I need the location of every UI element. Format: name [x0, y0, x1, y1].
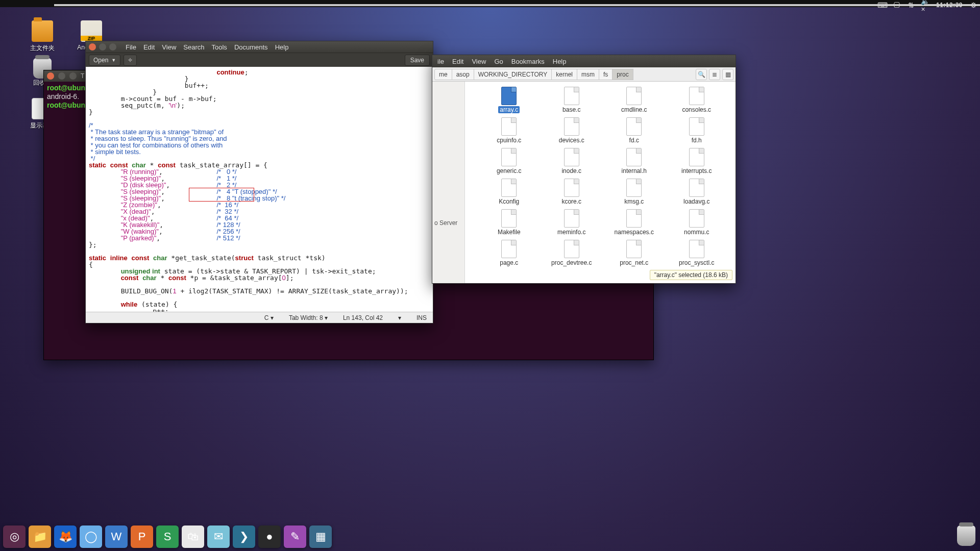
menu-tools[interactable]: Tools [212, 43, 227, 51]
file-item[interactable]: devices.c [543, 117, 601, 148]
dock-software[interactable]: 🛍 [182, 525, 204, 548]
close-icon[interactable] [47, 72, 54, 80]
highlight-box [189, 188, 254, 202]
file-item[interactable]: proc_net.c [605, 240, 663, 270]
menu-file[interactable]: File [126, 43, 136, 51]
list-view-icon[interactable]: ≣ [709, 69, 720, 80]
file-label: Makefile [498, 229, 521, 236]
file-item[interactable]: array.c [480, 87, 538, 117]
dock-files[interactable]: 📁 [29, 525, 51, 548]
menu-documents[interactable]: Documents [234, 43, 268, 51]
source-code[interactable]: continue; } buf++; } m->count = buf - m-… [86, 67, 433, 312]
cursor-dropdown-icon[interactable]: ▾ [398, 314, 401, 321]
gedit-titlebar[interactable]: FileEditViewSearchToolsDocumentsHelp [86, 41, 433, 53]
file-label: fd.c [629, 137, 639, 144]
sidebar-item[interactable]: o Server [434, 219, 464, 227]
breadcrumb-item[interactable]: fs [599, 69, 612, 80]
file-item[interactable]: cmdline.c [605, 87, 663, 117]
keyboard-icon[interactable]: ⌨ [879, 2, 886, 9]
editor-area[interactable]: continue; } buf++; } m->count = buf - m-… [86, 67, 433, 312]
minimize-icon[interactable] [99, 43, 106, 51]
menu-edit[interactable]: Edit [452, 58, 463, 65]
breadcrumb-item[interactable]: asop [452, 69, 474, 80]
maximize-icon[interactable] [109, 43, 116, 51]
file-item[interactable]: fd.c [605, 117, 663, 148]
dock-mail[interactable]: ✉ [207, 525, 230, 548]
gear-icon[interactable]: ⚙ [970, 2, 977, 9]
file-item[interactable]: page.c [480, 240, 538, 270]
breadcrumb-item[interactable]: kernel [552, 69, 577, 80]
file-item[interactable]: proc_devtree.c [543, 240, 601, 270]
file-icon [626, 117, 642, 136]
menu-view[interactable]: View [162, 43, 176, 51]
file-label: loadavg.c [683, 198, 709, 205]
dock-chromium[interactable]: ◯ [80, 525, 102, 548]
menu-bookmarks[interactable]: Bookmarks [511, 58, 545, 65]
file-item[interactable]: interrupts.c [668, 148, 726, 179]
file-item[interactable]: kcore.c [543, 179, 601, 209]
file-item[interactable]: internal.h [605, 148, 663, 179]
menu-edit[interactable]: Edit [143, 43, 155, 51]
dock-gedit-app[interactable]: ✎ [284, 525, 306, 548]
search-icon[interactable]: 🔍 [696, 69, 707, 80]
file-manager-window[interactable]: ileEditViewGoBookmarksHelp measopWORKING… [432, 55, 736, 284]
dock-wps-spreadsheet[interactable]: S [156, 525, 179, 548]
file-icon [626, 240, 642, 258]
breadcrumb-item[interactable]: WORKING_DIRECTORY [474, 69, 552, 80]
sidebar[interactable]: o Server [432, 82, 465, 283]
file-item[interactable]: fd.h [668, 117, 726, 148]
grid-view-icon[interactable]: ▦ [722, 69, 733, 80]
home-folder-icon[interactable]: 主文件夹 [19, 20, 65, 53]
clock[interactable]: 11:12:30 [936, 2, 963, 9]
menu-help[interactable]: Help [275, 43, 289, 51]
close-icon[interactable] [89, 43, 96, 51]
file-item[interactable]: loadavg.c [668, 179, 726, 209]
display-icon[interactable]: 🖵 [893, 2, 900, 9]
breadcrumb-item[interactable]: msm [577, 69, 599, 80]
save-button[interactable]: Save [405, 55, 430, 66]
tabwidth-selector[interactable]: Tab Width: 8 ▾ [289, 314, 328, 321]
file-item[interactable]: cpuinfo.c [480, 117, 538, 148]
file-label: consoles.c [682, 106, 711, 113]
prompt: root@ubunt [47, 101, 88, 109]
file-item[interactable]: base.c [543, 87, 601, 117]
file-item[interactable]: proc_sysctl.c [668, 240, 726, 270]
volume-icon[interactable]: 🔈× [922, 2, 929, 9]
menu-view[interactable]: View [472, 58, 486, 65]
gedit-window[interactable]: FileEditViewSearchToolsDocumentsHelp Ope… [85, 41, 433, 323]
dock-recorder[interactable]: ● [258, 525, 281, 548]
breadcrumb-item[interactable]: proc [612, 69, 633, 80]
file-item[interactable]: kmsg.c [605, 179, 663, 209]
dock-firefox[interactable]: 🦊 [54, 525, 77, 548]
breadcrumb-item[interactable]: me [434, 69, 452, 80]
file-item[interactable]: inode.c [543, 148, 601, 179]
file-item[interactable]: generic.c [480, 148, 538, 179]
menu-search[interactable]: Search [183, 43, 204, 51]
zip-icon [81, 20, 102, 42]
dock-terminal-app[interactable]: ❯ [233, 525, 255, 548]
network-icon[interactable]: ⇅ [908, 2, 915, 9]
file-grid[interactable]: array.cbase.ccmdline.cconsoles.ccpuinfo.… [465, 82, 736, 283]
menu-help[interactable]: Help [553, 58, 567, 65]
file-item[interactable]: consoles.c [668, 87, 726, 117]
file-item[interactable]: Makefile [480, 209, 538, 240]
maximize-icon[interactable] [69, 72, 77, 80]
file-item[interactable]: Kconfig [480, 179, 538, 209]
dock-show-apps[interactable]: ◎ [3, 525, 26, 548]
file-item[interactable]: nommu.c [668, 209, 726, 240]
dock-panel-app[interactable]: ▦ [309, 525, 332, 548]
minimize-icon[interactable] [58, 72, 65, 80]
language-selector[interactable]: C ▾ [264, 314, 274, 321]
file-label: proc_sysctl.c [679, 259, 714, 266]
menu-ile[interactable]: ile [437, 58, 444, 65]
terminal-title: T [81, 72, 84, 80]
new-document-button[interactable]: ✧ [124, 55, 137, 66]
open-button[interactable]: Open ▼ [89, 55, 120, 66]
dock-wps-writer[interactable]: W [105, 525, 128, 548]
dock-wps-presentation[interactable]: P [131, 525, 153, 548]
file-item[interactable]: namespaces.c [605, 209, 663, 240]
dock-trash-icon[interactable] [957, 525, 976, 547]
file-item[interactable]: meminfo.c [543, 209, 601, 240]
file-label: devices.c [559, 137, 584, 144]
menu-go[interactable]: Go [494, 58, 503, 65]
